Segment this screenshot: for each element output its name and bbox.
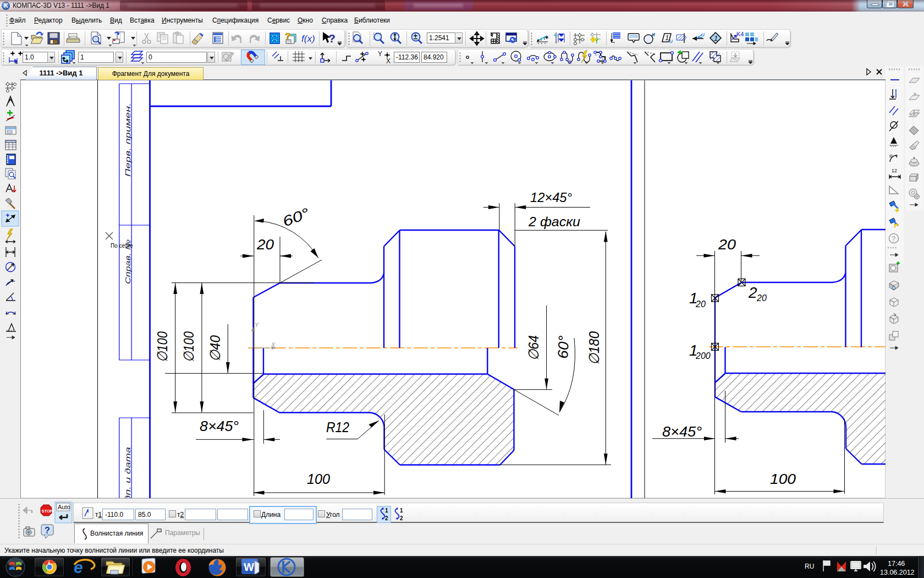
- svg-text:X: X: [386, 57, 391, 65]
- svg-text:20: 20: [718, 236, 736, 253]
- svg-text:Auto: Auto: [58, 504, 70, 510]
- svg-text:100: 100: [770, 471, 796, 487]
- svg-text:∅180: ∅180: [586, 331, 602, 365]
- svg-text:R12: R12: [326, 419, 349, 435]
- svg-text:?: ?: [328, 32, 336, 45]
- svg-text:1: 1: [400, 508, 403, 514]
- svg-text:60°: 60°: [554, 335, 572, 359]
- svg-text:Перв. примен.: Перв. примен.: [124, 103, 132, 177]
- svg-text:8×45°: 8×45°: [200, 418, 239, 434]
- svg-text:∅64: ∅64: [525, 335, 542, 361]
- svg-text:200: 200: [695, 351, 711, 361]
- svg-text:1: 1: [665, 34, 669, 42]
- svg-text:W: W: [244, 561, 254, 573]
- svg-text:12×45°: 12×45°: [530, 190, 572, 205]
- svg-text:∅40: ∅40: [207, 335, 223, 362]
- svg-text:f(x): f(x): [301, 34, 315, 44]
- svg-text:∅100: ∅100: [180, 331, 197, 362]
- svg-text:100: 100: [307, 471, 331, 487]
- svg-text:STOP: STOP: [42, 509, 53, 514]
- svg-text:60°: 60°: [280, 205, 311, 230]
- svg-text:20: 20: [756, 293, 767, 303]
- svg-text:K4: K4: [736, 31, 744, 37]
- svg-text:2: 2: [385, 515, 388, 521]
- svg-text:1: 1: [385, 508, 388, 514]
- svg-text:?: ?: [45, 526, 50, 535]
- svg-text:1: 1: [714, 34, 718, 42]
- svg-text:2: 2: [400, 515, 403, 521]
- svg-text:17:46: 17:46: [888, 560, 905, 568]
- svg-text:20: 20: [695, 299, 706, 309]
- svg-text:Подп. и дата: Подп. и дата: [124, 447, 132, 499]
- svg-text:∅100: ∅100: [154, 331, 170, 362]
- svg-text:X: X: [271, 341, 276, 348]
- svg-text:8×45°: 8×45°: [662, 423, 702, 440]
- svg-text:u: u: [669, 37, 673, 44]
- svg-text:2: 2: [748, 284, 757, 301]
- svg-text:По сетке: По сетке: [111, 243, 133, 249]
- svg-text:Y: Y: [255, 321, 259, 328]
- svg-text:13.06.2012: 13.06.2012: [880, 569, 915, 576]
- svg-text:2 фаски: 2 фаски: [528, 214, 580, 229]
- svg-text:u: u: [652, 31, 655, 37]
- svg-text:u: u: [701, 31, 705, 37]
- svg-text:?: ?: [892, 235, 895, 243]
- svg-text:Y: Y: [378, 50, 382, 58]
- svg-text:12: 12: [892, 168, 897, 173]
- svg-text:20: 20: [256, 236, 274, 253]
